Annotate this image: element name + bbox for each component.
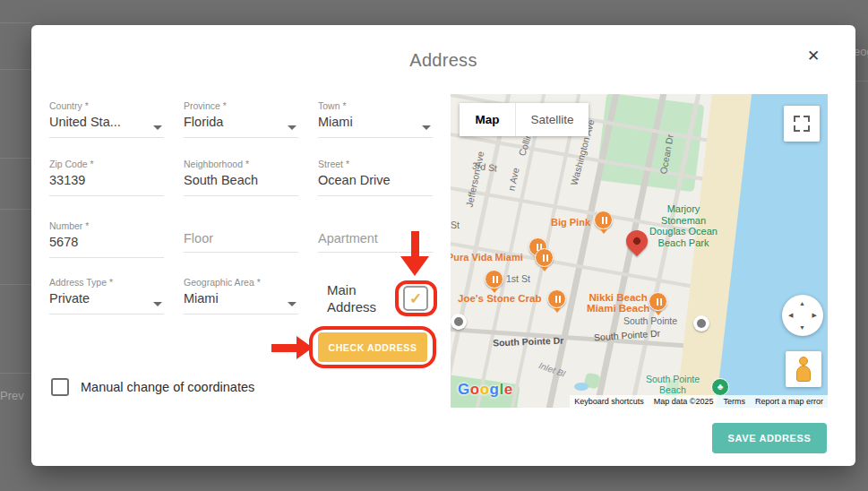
- map-type-map-button[interactable]: Map: [460, 103, 515, 136]
- park-poi-icon[interactable]: ♣: [711, 378, 729, 396]
- backdrop-prev-text: Prev: [0, 389, 24, 402]
- field-underline: [49, 195, 164, 196]
- dialog-title: Address: [31, 50, 855, 71]
- geographic-area-select[interactable]: Geographic Area * Miami: [184, 277, 298, 314]
- field-underline: [184, 195, 298, 196]
- address-type-select[interactable]: Address Type * Private: [49, 277, 164, 314]
- neighborhood-label: Neighborhood *: [184, 159, 298, 169]
- transit-station-icon[interactable]: [693, 315, 709, 332]
- manual-coordinates-label: Manual change of coordinates: [81, 380, 254, 394]
- close-icon[interactable]: ✕: [804, 47, 823, 66]
- poi-label-nikki-beach: Nikki Beach Miami Beach: [587, 292, 649, 314]
- pegman-head: [799, 357, 808, 366]
- backdrop-row-divider: [855, 81, 868, 82]
- poi-label-marjory-park: Marjory Stoneman Douglas Ocean Beach Par…: [639, 203, 728, 249]
- chevron-down-icon: [288, 125, 296, 130]
- restaurant-icon[interactable]: [535, 248, 554, 267]
- street-view-pegman-icon[interactable]: [786, 351, 821, 387]
- fullscreen-corner: [794, 125, 800, 132]
- manual-coordinates-checkbox[interactable]: [51, 378, 69, 396]
- poi-label-pura-vida: Pura Vida Miami: [451, 252, 523, 263]
- poi-label-joes-stone-crab: Joe's Stone Crab: [458, 293, 541, 304]
- backdrop-row-divider: [0, 22, 31, 23]
- geographic-area-label: Geographic Area *: [184, 277, 298, 288]
- street-label-south-pointe-dr-left: South Pointe Dr: [493, 335, 564, 349]
- field-underline: [49, 314, 164, 314]
- backdrop-row-divider: [0, 209, 31, 210]
- country-value: United Sta...: [49, 115, 164, 129]
- field-underline: [184, 314, 298, 314]
- main-address-label: Main Address: [327, 282, 386, 316]
- field-underline: [318, 195, 433, 196]
- backdrop-row-divider: [0, 69, 31, 70]
- geographic-area-value: Miami: [184, 291, 298, 306]
- town-value: Miami: [318, 115, 433, 129]
- save-address-button[interactable]: SAVE ADDRESS: [712, 423, 827, 453]
- town-label: Town *: [318, 100, 433, 111]
- number-label: Number *: [49, 220, 164, 231]
- country-label: Country *: [49, 100, 164, 111]
- address-type-label: Address Type *: [49, 277, 164, 288]
- backdrop-row-divider: [0, 284, 31, 285]
- pan-up-icon: [799, 300, 805, 306]
- palm-glyph: ♣: [718, 382, 724, 392]
- field-underline: [49, 137, 164, 138]
- check-address-button[interactable]: CHECK ADDRESS: [318, 332, 427, 362]
- backdrop-right-text: eog: [854, 45, 868, 58]
- street-label-st-fragment: St: [451, 220, 460, 230]
- number-field[interactable]: Number * 5678: [49, 220, 164, 258]
- address-dialog: Address ✕ Country * United Sta... Provin…: [31, 25, 855, 466]
- street-value: Ocean Drive: [318, 173, 433, 187]
- google-map[interactable]: Jefferson Ave n Ave Washington Ave Colli…: [451, 94, 828, 408]
- apartment-field-wrap: [318, 220, 433, 258]
- restaurant-icon[interactable]: [649, 292, 667, 311]
- keyboard-shortcuts-link[interactable]: Keyboard shortcuts: [574, 397, 644, 406]
- zip-code-value: 33139: [49, 173, 164, 187]
- pan-control-icon[interactable]: [782, 295, 823, 336]
- pan-right-icon: [812, 312, 817, 319]
- chevron-down-icon: [153, 302, 162, 306]
- country-select[interactable]: Country * United Sta...: [49, 100, 164, 138]
- red-arrow-right: [271, 344, 296, 352]
- province-value: Florida: [184, 115, 298, 129]
- zip-code-field[interactable]: Zip Code * 33139: [49, 159, 164, 196]
- neighborhood-field[interactable]: Neighborhood * South Beach: [184, 159, 298, 196]
- chevron-down-icon: [422, 125, 431, 130]
- neighborhood-value: South Beach: [184, 173, 298, 187]
- floor-input[interactable]: [184, 231, 298, 253]
- poi-label-south-pointe-beach: South Pointe Beach: [637, 374, 709, 395]
- pan-down-icon: [799, 324, 805, 331]
- restaurant-icon[interactable]: [485, 270, 503, 289]
- checkmark-icon: ✓: [409, 289, 422, 308]
- fullscreen-corner: [804, 116, 810, 122]
- field-underline: [49, 257, 164, 258]
- chevron-down-icon: [153, 125, 162, 130]
- main-address-checkbox[interactable]: ✓: [403, 286, 428, 311]
- province-select[interactable]: Province * Florida: [184, 100, 298, 138]
- apartment-input[interactable]: [318, 231, 433, 253]
- map-pond: [574, 383, 589, 391]
- number-value: 5678: [49, 235, 164, 249]
- map-type-satellite-button[interactable]: Satellite: [515, 103, 589, 136]
- transit-station-icon[interactable]: [451, 314, 467, 330]
- report-error-link[interactable]: Report a map error: [755, 397, 823, 406]
- pegman-body: [796, 366, 811, 382]
- backdrop-row-divider: [0, 158, 31, 159]
- street-label: Street *: [318, 159, 433, 169]
- map-attribution-bar: Keyboard shortcuts Map data ©2025 Terms …: [570, 395, 828, 408]
- fullscreen-corner: [794, 116, 800, 122]
- map-type-control: Map Satellite: [460, 103, 589, 136]
- restaurant-icon[interactable]: [594, 211, 613, 229]
- terms-link[interactable]: Terms: [723, 397, 745, 406]
- street-field[interactable]: Street * Ocean Drive: [318, 159, 433, 196]
- red-arrow-right-head-icon: [296, 336, 313, 359]
- map-data-text: Map data ©2025: [654, 397, 714, 406]
- address-type-value: Private: [49, 291, 164, 306]
- province-label: Province *: [184, 100, 298, 111]
- restaurant-icon[interactable]: [547, 289, 566, 308]
- street-label-south-pointe: South Pointe: [623, 315, 677, 326]
- street-label-1st-st: 1st St: [506, 273, 530, 284]
- field-underline: [184, 137, 298, 138]
- fullscreen-icon[interactable]: [784, 106, 820, 142]
- town-select[interactable]: Town * Miami: [318, 100, 433, 138]
